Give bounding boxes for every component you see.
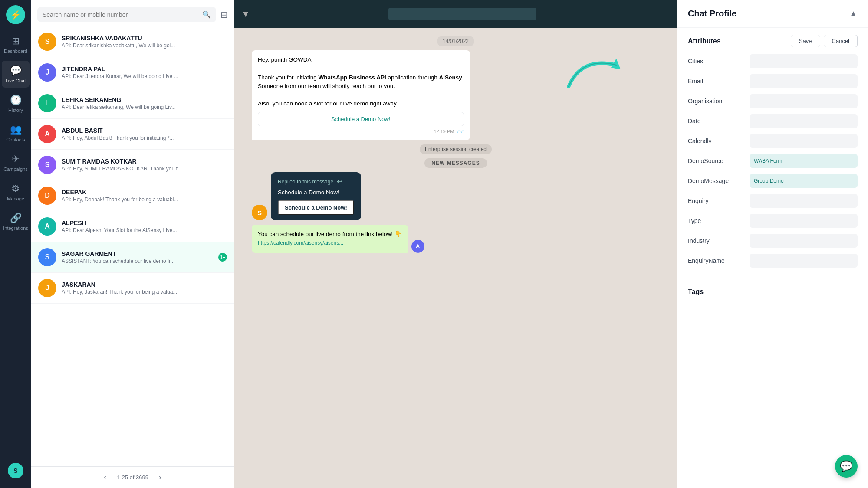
chat-panel: ▼ 14/01/2022 Hey, punith GOWDA!Thank you… bbox=[234, 0, 677, 488]
attr-value[interactable] bbox=[750, 54, 858, 68]
incoming-message: Hey, punith GOWDA!Thank you for initiati… bbox=[252, 50, 470, 140]
contact-avatar: S bbox=[38, 156, 56, 174]
profile-collapse-btn[interactable]: ▲ bbox=[849, 9, 858, 19]
search-icon: 🔍 bbox=[202, 10, 211, 19]
contact-info: SRIKANISHKA VADAKATTU API: Dear srikanis… bbox=[62, 35, 227, 49]
contact-name: ALPESH bbox=[62, 219, 227, 226]
profile-panel: Chat Profile ▲ Attributes Save Cancel Ci… bbox=[677, 0, 868, 488]
sidebar-item-label: Integrations bbox=[3, 226, 28, 231]
schedule-demo-btn[interactable]: Schedule a Demo Now! bbox=[258, 112, 464, 126]
sidebar-item-manage[interactable]: ⚙ Manage bbox=[2, 179, 30, 206]
sidebar-item-contacts[interactable]: 👥 Contacts bbox=[2, 120, 30, 147]
attr-label: Type bbox=[688, 217, 744, 224]
reply-message-row: S Replied to this message ↩ Schedule a D… bbox=[252, 172, 660, 220]
contact-list-item[interactable]: J JASKARAN API: Hey, Jaskaran! Thank you… bbox=[31, 273, 234, 304]
history-icon: 🕐 bbox=[10, 95, 22, 106]
attr-label: Calendly bbox=[688, 138, 744, 144]
contact-name: ABDUL BASIT bbox=[62, 127, 227, 134]
attr-label: EnquiryName bbox=[688, 257, 744, 264]
contact-list-item[interactable]: J JITENDRA PAL API: Dear Jitendra Kumar,… bbox=[31, 57, 234, 88]
msg-time: 12:19 PM ✓✓ bbox=[258, 128, 464, 135]
livechat-icon: 💬 bbox=[10, 65, 22, 76]
chat-header-name-area bbox=[254, 8, 670, 20]
attr-label: Industry bbox=[688, 237, 744, 244]
search-bar: 🔍 ⊟ bbox=[31, 0, 234, 26]
attr-value[interactable] bbox=[750, 114, 858, 128]
sidebar-item-integrations[interactable]: 🔗 Integrations bbox=[2, 208, 30, 235]
attr-value[interactable] bbox=[750, 94, 858, 108]
sidebar-item-campaigns[interactable]: ✈ Campaigns bbox=[2, 149, 30, 176]
contact-list-item[interactable]: S SAGAR GARMENT ASSISTANT: You can sched… bbox=[31, 242, 234, 273]
contact-name: JITENDRA PAL bbox=[62, 66, 227, 72]
contact-list-item[interactable]: A ALPESH API: Dear Alpesh, Your Slot for… bbox=[31, 211, 234, 242]
attr-value[interactable] bbox=[750, 254, 858, 268]
sidebar-item-label: Live Chat bbox=[6, 78, 26, 83]
attr-label: Enquiry bbox=[688, 197, 744, 204]
sidebar-item-history[interactable]: 🕐 History bbox=[2, 90, 30, 117]
attr-label: Date bbox=[688, 118, 744, 124]
attr-value[interactable] bbox=[750, 194, 858, 208]
contact-name: SAGAR GARMENT bbox=[62, 250, 213, 257]
attr-row: Organisation bbox=[688, 94, 858, 108]
cancel-button[interactable]: Cancel bbox=[824, 35, 858, 47]
system-message: Enterprise session created bbox=[420, 144, 492, 154]
search-input[interactable] bbox=[43, 11, 199, 18]
contact-badge: 1+ bbox=[218, 253, 227, 262]
attr-row: Enquiry bbox=[688, 194, 858, 208]
save-button[interactable]: Save bbox=[791, 35, 820, 47]
contact-info: ALPESH API: Dear Alpesh, Your Slot for t… bbox=[62, 219, 227, 233]
profile-title: Chat Profile bbox=[688, 9, 736, 19]
attr-value[interactable] bbox=[750, 214, 858, 228]
outgoing-message: You can schedule our live demo from the … bbox=[252, 225, 408, 253]
contact-avatar: A bbox=[38, 125, 56, 143]
new-messages-divider: NEW MESSAGES bbox=[424, 158, 487, 168]
attr-label: Email bbox=[688, 78, 744, 85]
contact-list-item[interactable]: S SRIKANISHKA VADAKATTU API: Dear srikan… bbox=[31, 26, 234, 57]
attributes-section: Attributes Save Cancel Cities Email Orga… bbox=[677, 28, 868, 281]
attr-section-header: Attributes Save Cancel bbox=[688, 35, 858, 47]
contact-avatar: S bbox=[38, 33, 56, 51]
sidebar-item-label: Dashboard bbox=[4, 49, 27, 54]
contact-list-item[interactable]: L LEFIKA SEIKANENG API: Dear lefika seik… bbox=[31, 88, 234, 119]
contact-list-item[interactable]: D DEEPAK API: Hey, Deepak! Thank you for… bbox=[31, 180, 234, 211]
attr-section-title: Attributes bbox=[688, 37, 721, 45]
date-divider: 14/01/2022 bbox=[437, 36, 474, 46]
contact-preview: API: Dear Jitendra Kumar, We will be goi… bbox=[62, 73, 227, 79]
attr-value[interactable] bbox=[750, 74, 858, 88]
sidebar-user-avatar[interactable]: S bbox=[8, 463, 23, 478]
contact-list-item[interactable]: A ABDUL BASIT API: Hey, Abdul Basit! Tha… bbox=[31, 119, 234, 150]
contact-preview: API: Dear lefika seikaneng, We will be g… bbox=[62, 104, 227, 110]
contact-list: S SRIKANISHKA VADAKATTU API: Dear srikan… bbox=[31, 26, 234, 466]
attr-row: DemoMessage Group Demo bbox=[688, 174, 858, 188]
attr-value[interactable] bbox=[750, 234, 858, 248]
attr-row: Type bbox=[688, 214, 858, 228]
pagination-prev[interactable]: ‹ bbox=[100, 472, 110, 483]
contact-name: SRIKANISHKA VADAKATTU bbox=[62, 35, 227, 42]
reply-quoted-text: Schedule a Demo Now! bbox=[278, 189, 354, 196]
float-chat-button[interactable]: 💬 bbox=[835, 455, 858, 478]
chat-chevron-icon[interactable]: ▼ bbox=[241, 9, 250, 19]
attr-label: DemoSource bbox=[688, 157, 744, 164]
tags-title: Tags bbox=[688, 288, 704, 295]
outgoing-link: https://calendly.com/aisensy/aisens... bbox=[258, 240, 343, 246]
pagination-next[interactable]: › bbox=[155, 472, 165, 483]
reply-bubble: Replied to this message ↩ Schedule a Dem… bbox=[271, 172, 361, 220]
sidebar-item-dashboard[interactable]: ⊞ Dashboard bbox=[2, 31, 30, 58]
contact-preview: API: Hey, Deepak! Thank you for being a … bbox=[62, 197, 227, 203]
attr-row: EnquiryName bbox=[688, 254, 858, 268]
filter-icon[interactable]: ⊟ bbox=[220, 10, 228, 20]
pagination-info: 1-25 of 3699 bbox=[117, 474, 148, 481]
contacts-icon: 👥 bbox=[10, 124, 22, 135]
attr-label: DemoMessage bbox=[688, 177, 744, 184]
reply-card: Replied to this message ↩ Schedule a Dem… bbox=[271, 172, 361, 220]
sidebar-logo: ⚡ bbox=[6, 5, 25, 24]
reply-schedule-btn[interactable]: Schedule a Demo Now! bbox=[278, 200, 354, 215]
attr-value[interactable] bbox=[750, 134, 858, 148]
contact-avatar: S bbox=[38, 248, 56, 266]
outgoing-text: You can schedule our live demo from the … bbox=[258, 231, 402, 237]
profile-header: Chat Profile ▲ bbox=[677, 0, 868, 28]
integrations-icon: 🔗 bbox=[10, 213, 22, 224]
contact-info: DEEPAK API: Hey, Deepak! Thank you for b… bbox=[62, 189, 227, 203]
contact-list-item[interactable]: S SUMIT RAMDAS KOTKAR API: Hey, SUMIT RA… bbox=[31, 150, 234, 180]
sidebar-item-livechat[interactable]: 💬 Live Chat bbox=[2, 61, 30, 88]
